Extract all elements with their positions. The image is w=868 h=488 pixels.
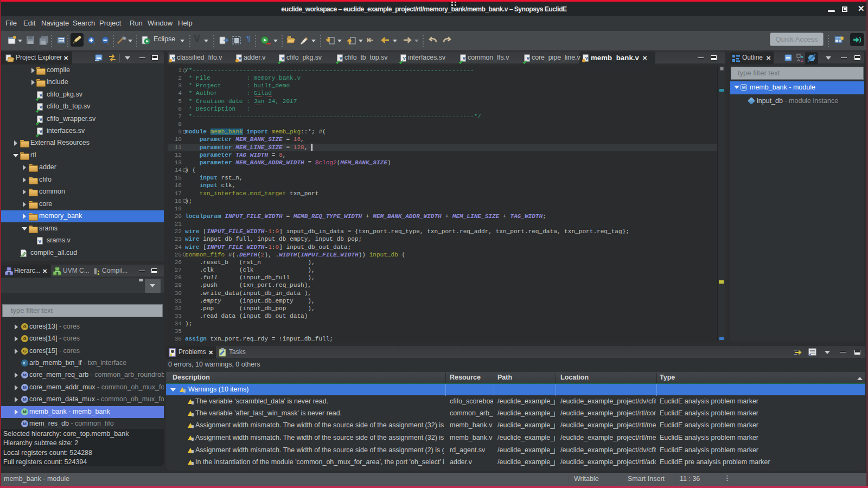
- svg-text:z: z: [801, 58, 803, 62]
